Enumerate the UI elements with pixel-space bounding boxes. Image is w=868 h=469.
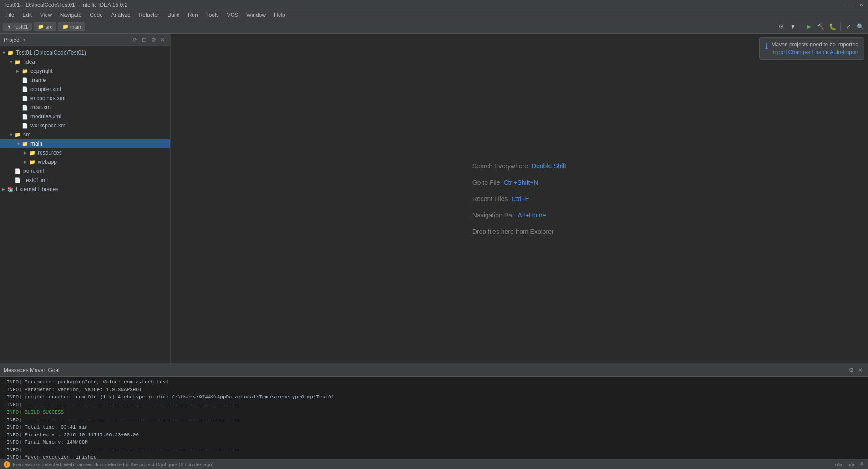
status-left: ! Frameworks detected: Web framework is … bbox=[4, 461, 213, 468]
tree-item-icon: 📁 bbox=[22, 141, 29, 147]
window-title: Test01 - [D:\localCode\Test01] - Intelli… bbox=[4, 2, 127, 8]
tree-item-icon: 📚 bbox=[7, 187, 15, 192]
tree-item-icon: 📁 bbox=[22, 68, 29, 74]
notification-import-link[interactable]: Import Changes bbox=[772, 49, 810, 55]
tree-item[interactable]: ▶📚External Libraries bbox=[0, 185, 170, 194]
tree-item-label: pom.xml bbox=[23, 168, 44, 174]
bottom-panel-header: Messages Maven Goal ⚙ ✕ bbox=[0, 364, 868, 377]
tree-item[interactable]: 📄modules.xml bbox=[0, 112, 170, 121]
tree-item-icon: 📄 bbox=[22, 77, 29, 83]
bottom-panel-title: Messages Maven Goal bbox=[4, 367, 60, 373]
shortcut-label: Navigation Bar bbox=[472, 212, 514, 219]
tree-item-icon: 📁 bbox=[29, 159, 36, 165]
notification-icon: ℹ bbox=[765, 42, 768, 50]
status-message: Frameworks detected: Web framework is de… bbox=[13, 462, 213, 467]
tree-item-icon: 📁 bbox=[15, 59, 22, 65]
tree-item[interactable]: ▶📁copyright bbox=[0, 66, 170, 76]
console-line: [INFO] BUILD SUCCESS bbox=[4, 408, 864, 416]
status-bar: ! Frameworks detected: Web framework is … bbox=[0, 459, 868, 469]
tree-item[interactable]: ▼📁src bbox=[0, 130, 170, 139]
notification-title: Maven projects need to be imported bbox=[772, 41, 858, 48]
toolbar-fullscreen-btn[interactable]: ⤢ bbox=[843, 22, 853, 32]
shortcut-key: Ctrl+E bbox=[512, 195, 529, 202]
tree-arrow-icon: ▶ bbox=[24, 151, 29, 155]
toolbar-src-btn[interactable]: 📁 src bbox=[34, 22, 56, 31]
bottom-panel-settings-btn[interactable]: ⚙ bbox=[847, 366, 855, 374]
close-button[interactable]: ✕ bbox=[858, 2, 864, 8]
folder-icon-2: 📁 bbox=[62, 24, 69, 30]
menu-item-refactor[interactable]: Refactor bbox=[135, 11, 163, 19]
folder-icon: 📁 bbox=[38, 24, 44, 30]
menu-item-build[interactable]: Build bbox=[164, 11, 183, 19]
tree-item-label: copyright bbox=[30, 68, 53, 74]
tree-item[interactable]: 📄compiler.xml bbox=[0, 85, 170, 94]
console-line: [INFO] ---------------------------------… bbox=[4, 416, 864, 424]
tree-item[interactable]: 📄workspace.xml bbox=[0, 121, 170, 130]
shortcut-key: Alt+Home bbox=[518, 212, 546, 219]
bottom-panel-close-btn[interactable]: ✕ bbox=[856, 366, 864, 374]
sidebar-close-btn[interactable]: ✕ bbox=[158, 36, 167, 44]
shortcut-row: Navigation BarAlt+Home bbox=[472, 212, 546, 219]
main-layout: Project ▼ ⟳ ⊟ ⚙ ✕ ▼📁Test01 (D:\localCode… bbox=[0, 34, 868, 363]
title-bar: Test01 - [D:\localCode\Test01] - Intelli… bbox=[0, 0, 868, 10]
tree-item[interactable]: ▼📁Test01 (D:\localCode\Test01) bbox=[0, 48, 170, 57]
menu-item-code[interactable]: Code bbox=[86, 11, 107, 19]
menu-item-vcs[interactable]: VCS bbox=[223, 11, 242, 19]
menu-item-navigate[interactable]: Navigate bbox=[56, 11, 85, 19]
tree-item-label: resources bbox=[38, 150, 62, 156]
toolbar-debug-btn[interactable]: 🐛 bbox=[827, 22, 838, 32]
tree-item-label: encodings.xml bbox=[30, 95, 66, 101]
toolbar-right: ⚙ ▼ ▶ 🔨 🐛 ⤢ 🔍 bbox=[776, 22, 865, 32]
menu-item-file[interactable]: File bbox=[2, 11, 18, 19]
toolbar-settings-btn[interactable]: ⚙ bbox=[776, 22, 786, 32]
maximize-button[interactable]: □ bbox=[850, 2, 856, 8]
tree-item[interactable]: ▶📁resources bbox=[0, 148, 170, 157]
tree-item-icon: 📁 bbox=[7, 50, 15, 56]
tree-item[interactable]: 📄Test01.iml bbox=[0, 176, 170, 185]
menu-item-edit[interactable]: Edit bbox=[19, 11, 36, 19]
sidebar-sync-btn[interactable]: ⟳ bbox=[131, 36, 139, 44]
sidebar-collapse-btn[interactable]: ⊟ bbox=[140, 36, 148, 44]
tree-item[interactable]: 📄encodings.xml bbox=[0, 94, 170, 103]
console-line: [INFO] Parameter: packagingInfo, Value: … bbox=[4, 378, 864, 386]
tree-item[interactable]: 📄.name bbox=[0, 76, 170, 85]
tree-item-label: External Libraries bbox=[16, 186, 58, 192]
tree-item[interactable]: ▼📁main bbox=[0, 139, 170, 148]
menu-item-analyze[interactable]: Analyze bbox=[107, 11, 134, 19]
toolbar-search-everywhere-btn[interactable]: 🔍 bbox=[855, 22, 865, 32]
tree-item-label: src bbox=[23, 131, 30, 138]
tree-item[interactable]: ▶📁webapp bbox=[0, 157, 170, 166]
tree-arrow-icon: ▼ bbox=[16, 141, 22, 146]
tree-arrow-icon: ▶ bbox=[16, 69, 22, 73]
menu-item-help[interactable]: Help bbox=[270, 11, 289, 19]
shortcut-label: Go to File bbox=[472, 179, 500, 186]
tree-item[interactable]: 📄misc.xml bbox=[0, 103, 170, 112]
minimize-button[interactable]: ─ bbox=[842, 2, 848, 8]
console-output: [INFO] Parameter: packagingInfo, Value: … bbox=[0, 377, 868, 459]
tree-item[interactable]: ▼📁.idea bbox=[0, 57, 170, 66]
tree-item[interactable]: 📄pom.xml bbox=[0, 166, 170, 176]
notification-auto-import-link[interactable]: Enable Auto-Import bbox=[812, 49, 858, 55]
window-controls[interactable]: ─ □ ✕ bbox=[842, 2, 864, 8]
toolbar-project-btn[interactable]: ▼ Test01 bbox=[3, 23, 32, 31]
tree-item-icon: 📄 bbox=[22, 96, 29, 101]
toolbar-dropdown-btn[interactable]: ▼ bbox=[788, 22, 798, 32]
tree-item-icon: 📄 bbox=[15, 177, 22, 183]
tree-arrow-icon: ▼ bbox=[2, 50, 7, 55]
tree-item-icon: 📄 bbox=[22, 123, 29, 129]
sidebar-settings-btn[interactable]: ⚙ bbox=[149, 36, 157, 44]
toolbar-build-btn[interactable]: 🔨 bbox=[816, 22, 826, 32]
sidebar-dropdown-icon[interactable]: ▼ bbox=[22, 38, 26, 42]
toolbar-main-btn[interactable]: 📁 main bbox=[58, 22, 85, 31]
console-line: [INFO] ---------------------------------… bbox=[4, 446, 864, 454]
menu-item-view[interactable]: View bbox=[36, 11, 56, 19]
toolbar-run-btn[interactable]: ▶ bbox=[804, 22, 814, 32]
toolbar-separator-2 bbox=[840, 22, 841, 31]
console-line: [INFO] Parameter: version, Value: 1.0-SN… bbox=[4, 386, 864, 394]
status-line: n/a bbox=[835, 462, 842, 467]
menu-item-tools[interactable]: Tools bbox=[203, 11, 223, 19]
toolbar-separator-1 bbox=[801, 22, 801, 31]
menu-item-run[interactable]: Run bbox=[184, 11, 202, 19]
toolbar: ▼ Test01 📁 src 📁 main ⚙ ▼ ▶ 🔨 🐛 ⤢ 🔍 bbox=[0, 20, 868, 34]
menu-item-window[interactable]: Window bbox=[243, 11, 269, 19]
